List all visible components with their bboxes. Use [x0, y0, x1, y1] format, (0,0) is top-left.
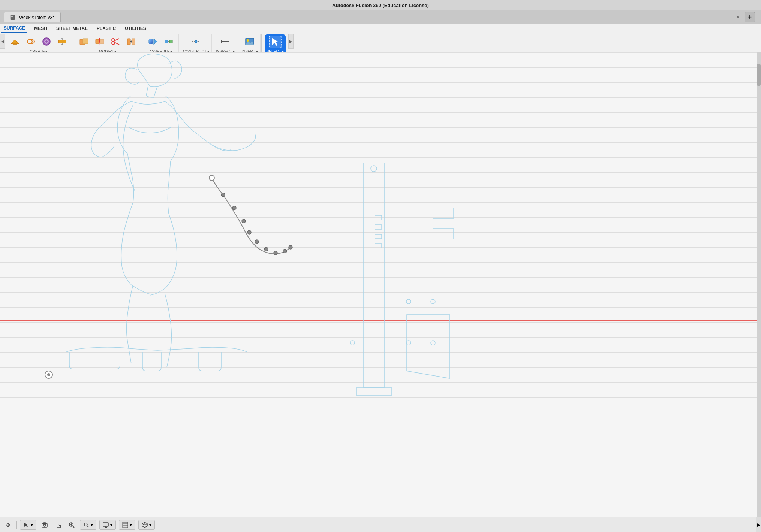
select-buttons: SELECT ▾ — [265, 34, 286, 54]
sep6 — [261, 34, 262, 55]
svg-point-20 — [112, 39, 115, 42]
cursor-tool-dropdown[interactable]: ▾ — [20, 520, 36, 530]
sep4 — [213, 34, 213, 55]
svg-marker-58 — [407, 315, 450, 378]
svg-point-62 — [431, 341, 435, 345]
camera-icon — [41, 522, 48, 528]
svg-rect-54 — [356, 388, 392, 395]
canvas-area — [0, 52, 761, 532]
svg-point-66 — [242, 219, 246, 223]
view-dropdown[interactable]: ▾ — [138, 520, 155, 530]
assemble-group: ASSEMBLE ▾ — [143, 34, 179, 53]
modify-buttons — [76, 34, 139, 49]
create-buttons — [7, 34, 70, 49]
svg-point-43 — [247, 39, 249, 42]
svg-line-83 — [87, 526, 88, 527]
panel-expand-right[interactable]: ▶ — [756, 517, 761, 532]
grid-dropdown[interactable]: ▾ — [119, 520, 135, 530]
cursor-dropdown-arrow: ▾ — [31, 522, 33, 528]
svg-line-79 — [73, 526, 74, 528]
svg-rect-18 — [100, 39, 104, 44]
svg-point-69 — [264, 247, 268, 251]
nav-tab-plastic[interactable]: PLASTIC — [94, 24, 118, 33]
motion-button[interactable] — [161, 34, 176, 49]
sep3 — [180, 34, 180, 55]
document-tab[interactable]: Week2:Totem v3* — [4, 12, 61, 22]
zoom-icon — [83, 522, 89, 528]
svg-rect-57 — [433, 229, 454, 239]
unfold-button[interactable] — [124, 34, 139, 49]
svg-rect-56 — [433, 208, 454, 218]
unfold-icon — [126, 36, 136, 47]
nav-tab-utilities[interactable]: UTILITIES — [123, 24, 148, 33]
nav-tab-mesh[interactable]: MESH — [32, 24, 49, 33]
svg-point-64 — [221, 193, 225, 197]
right-structure — [406, 299, 450, 378]
svg-rect-32 — [165, 40, 168, 43]
sep5 — [238, 34, 238, 55]
toolbar-expand-right[interactable]: ▶ — [288, 34, 294, 49]
panel-expand-left[interactable]: ⊕ — [3, 520, 13, 530]
column-structure — [350, 163, 392, 395]
svg-rect-16 — [83, 39, 88, 44]
svg-line-19 — [99, 38, 100, 45]
select-group: SELECT ▾ — [262, 34, 288, 53]
measure-button[interactable]: ←→ — [218, 34, 233, 49]
svg-point-67 — [247, 230, 251, 234]
modify-group: MODIFY ▾ — [74, 34, 141, 53]
svg-point-59 — [406, 299, 411, 304]
svg-text:←→: ←→ — [224, 39, 228, 41]
svg-marker-3 — [11, 39, 19, 44]
tab-close-button[interactable]: × — [733, 13, 742, 22]
joint-button[interactable] — [145, 34, 160, 49]
shell-button[interactable] — [39, 34, 54, 49]
revolve-icon — [25, 36, 36, 47]
spline-curve — [209, 175, 292, 255]
scissors-button[interactable] — [108, 34, 123, 49]
sep1 — [73, 34, 73, 55]
select-button[interactable]: SELECT ▾ — [265, 34, 286, 54]
capture-button[interactable] — [39, 520, 50, 530]
svg-point-70 — [274, 251, 277, 255]
svg-point-68 — [255, 240, 259, 244]
svg-rect-91 — [123, 522, 128, 528]
nav-tab-surface[interactable]: SURFACE — [1, 24, 27, 33]
measure-icon: ←→ — [220, 36, 231, 47]
bottom-sep1 — [16, 521, 17, 529]
split-button[interactable] — [92, 34, 107, 49]
small-components — [433, 208, 454, 239]
construct-button[interactable] — [189, 34, 204, 49]
svg-rect-24 — [127, 39, 130, 45]
insert-group: INSERT ▾ — [239, 34, 261, 53]
inspect-group: ←→ INSPECT ▾ — [214, 34, 237, 53]
construct-buttons — [189, 34, 204, 49]
tab-label: Week2:Totem v3* — [19, 15, 54, 20]
insert-image-button[interactable] — [242, 34, 257, 49]
combine-icon — [79, 36, 89, 47]
tab-add-button[interactable]: + — [745, 12, 755, 22]
svg-point-72 — [289, 245, 292, 249]
svg-point-5 — [27, 39, 34, 44]
combine-button[interactable] — [76, 34, 91, 49]
insert-image-icon — [244, 36, 255, 47]
drawing-canvas — [0, 52, 761, 532]
svg-rect-48 — [364, 163, 384, 388]
toolbar-expand-left[interactable]: ◀ — [0, 34, 5, 49]
display-dropdown[interactable]: ▾ — [99, 520, 116, 530]
thicken-icon — [57, 36, 67, 47]
scrollbar-vertical[interactable] — [757, 52, 761, 532]
scrollbar-thumb-v[interactable] — [757, 64, 761, 86]
pan-button[interactable] — [53, 520, 63, 530]
view-dropdown-arrow: ▾ — [149, 522, 151, 528]
svg-line-23 — [114, 42, 119, 45]
nav-tab-sheet-metal[interactable]: SHEET METAL — [54, 24, 90, 33]
revolve-button[interactable] — [23, 34, 38, 49]
svg-rect-6 — [27, 41, 28, 42]
zoom-fit-button[interactable] — [66, 520, 77, 530]
split-icon — [94, 36, 105, 47]
svg-line-28 — [131, 42, 132, 42]
zoom-dropdown[interactable]: ▾ — [80, 520, 96, 530]
extrude-button[interactable] — [7, 34, 22, 49]
grid-dropdown-arrow: ▾ — [130, 522, 132, 528]
thicken-button[interactable] — [55, 34, 70, 49]
